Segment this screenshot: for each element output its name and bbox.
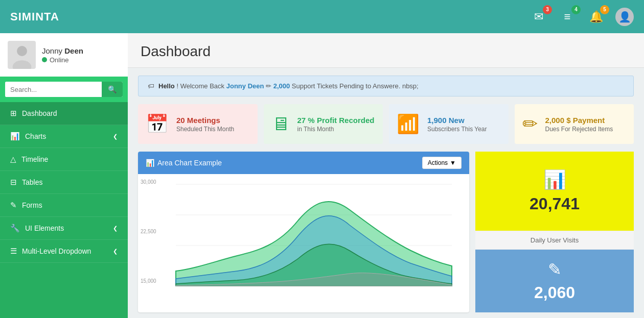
side-widgets: 📊 20,741 Daily User Visits ✎ 2,060 <box>475 152 634 312</box>
sidebar: Jonny Deen Online 🔍 ⊞ Dashboard <box>0 33 128 318</box>
widget-number-visits: 20,741 <box>530 194 580 213</box>
profile-name: Jonny Deen <box>42 46 83 55</box>
main-layout: Jonny Deen Online 🔍 ⊞ Dashboard <box>0 33 644 318</box>
chart-box: 📊 Area Chart Example Actions ▼ 30,000 22… <box>138 152 469 312</box>
stat-num-payment: 2,000 $ Payment <box>545 116 613 125</box>
sidebar-item-charts[interactable]: 📊 Charts ❮ <box>0 125 128 148</box>
profit-icon: 🖥 <box>271 113 290 135</box>
sidebar-item-dashboard[interactable]: ⊞ Dashboard <box>0 102 128 125</box>
chevron-multilevel-icon: ❮ <box>113 248 118 255</box>
stat-label-meetings: Sheduled This Month <box>176 126 234 133</box>
widget-daily-visits: 📊 20,741 <box>475 152 634 231</box>
content-inner: 🏷 Hello ! Welcome Back Jonny Deen ✏ 2,00… <box>128 68 644 318</box>
profile-info: Jonny Deen Online <box>42 46 83 64</box>
tables-icon: ⊟ <box>10 178 17 187</box>
avatar-image <box>9 43 35 69</box>
sidebar-item-multilevel[interactable]: ☰ Multi-Level Dropdown ❮ <box>0 240 128 263</box>
sidebar-search-area: 🔍 <box>0 77 128 102</box>
sidebar-item-timeline[interactable]: △ Timeline <box>0 148 128 171</box>
sidebar-item-ui-elements[interactable]: 🔧 UI Elements ❮ <box>0 217 128 240</box>
widget-secondary: ✎ 2,060 <box>475 250 634 312</box>
chevron-icon: ❮ <box>113 133 118 140</box>
sidebar-label-dashboard: Dashboard <box>22 109 57 117</box>
user-avatar: 👤 <box>615 8 634 26</box>
chevron-ui-icon: ❮ <box>113 225 118 232</box>
stat-card-profit: 🖥 27 % Profit Recorded in This Month <box>264 104 383 144</box>
stat-cards: 📅 20 Meetings Sheduled This Month 🖥 27 %… <box>138 104 634 144</box>
forms-icon: ✎ <box>10 201 17 210</box>
tag-icon: 🏷 <box>148 82 154 90</box>
area-chart <box>143 179 464 286</box>
user-nav-icon[interactable]: 👤 <box>615 8 634 26</box>
sidebar-label-charts: Charts <box>25 132 46 140</box>
ui-elements-icon: 🔧 <box>10 224 20 233</box>
nav-icons: ✉ 3 ≡ 4 🔔 5 👤 <box>530 8 634 26</box>
sidebar-label-ui-elements: UI Elements <box>25 224 64 232</box>
sidebar-item-forms[interactable]: ✎ Forms <box>0 194 128 217</box>
svg-point-0 <box>17 46 27 56</box>
sidebar-label-forms: Forms <box>22 201 42 209</box>
top-navigation: SIMINTA ✉ 3 ≡ 4 🔔 5 👤 <box>0 0 644 33</box>
stat-label-profit: in This Month <box>297 126 375 133</box>
welcome-text: Hello ! Welcome Back Jonny Deen ✏ 2,000 … <box>158 82 419 90</box>
search-button[interactable]: 🔍 <box>102 82 123 97</box>
chart-title: 📊 Area Chart Example <box>146 159 222 167</box>
svg-point-1 <box>12 60 31 69</box>
sidebar-profile: Jonny Deen Online <box>0 33 128 77</box>
stat-label-subscribers: Subscribers This Year <box>427 126 487 133</box>
edit-icon: ✎ <box>548 260 562 279</box>
pencil-icon: ✏ <box>266 82 273 90</box>
bell-nav-icon[interactable]: 🔔 5 <box>587 9 605 25</box>
timeline-icon: △ <box>10 155 16 164</box>
bottom-section: 📊 Area Chart Example Actions ▼ 30,000 22… <box>138 152 634 312</box>
widget-number-secondary: 2,060 <box>534 283 575 302</box>
dashboard-icon: ⊞ <box>10 109 17 118</box>
y-axis-labels: 30,000 22,500 15,000 <box>141 179 156 284</box>
stat-num-meetings: 20 Meetings <box>176 116 234 125</box>
sidebar-label-multilevel: Multi-Level Dropdown <box>22 247 91 255</box>
profile-avatar <box>8 41 36 69</box>
bar-chart-icon: 📊 <box>543 169 566 190</box>
search-input[interactable] <box>5 82 102 97</box>
widget-divider: Daily User Visits <box>475 231 634 250</box>
chart-body: 30,000 22,500 15,000 <box>138 174 469 291</box>
sidebar-label-timeline: Timeline <box>21 155 48 163</box>
dropdown-arrow-icon: ▼ <box>450 159 456 166</box>
page-header: Dashboard <box>128 33 644 68</box>
stat-num-profit: 27 % Profit Recorded <box>297 116 375 125</box>
list-nav-icon[interactable]: ≡ 4 <box>558 9 577 25</box>
sidebar-menu: ⊞ Dashboard 📊 Charts ❮ △ Timeline ⊟ <box>0 102 128 263</box>
stat-num-subscribers: 1,900 New <box>427 116 487 125</box>
bell-badge: 5 <box>600 5 609 14</box>
wifi-icon: 📶 <box>397 113 420 135</box>
calendar-icon: 📅 <box>146 113 169 135</box>
actions-button[interactable]: Actions ▼ <box>422 157 462 169</box>
payment-icon: ✏ <box>522 113 538 135</box>
mail-nav-icon[interactable]: ✉ 3 <box>530 9 548 25</box>
stat-card-payment: ✏ 2,000 $ Payment Dues For Rejected Item… <box>515 104 634 144</box>
sidebar-item-tables[interactable]: ⊟ Tables <box>0 171 128 194</box>
stat-label-payment: Dues For Rejected Items <box>545 126 613 133</box>
welcome-bar: 🏷 Hello ! Welcome Back Jonny Deen ✏ 2,00… <box>138 76 634 96</box>
chart-bar-icon: 📊 <box>146 159 154 167</box>
main-content: Dashboard 🏷 Hello ! Welcome Back Jonny D… <box>128 33 644 318</box>
multilevel-icon: ☰ <box>10 247 17 256</box>
logo: SIMINTA <box>10 10 59 23</box>
page-title: Dashboard <box>141 43 631 60</box>
stat-card-meetings: 📅 20 Meetings Sheduled This Month <box>138 104 258 144</box>
status-dot <box>42 57 47 62</box>
profile-status: Online <box>42 56 83 64</box>
mail-badge: 3 <box>543 5 552 14</box>
sidebar-label-tables: Tables <box>22 178 42 186</box>
list-badge: 4 <box>571 5 581 14</box>
chart-header: 📊 Area Chart Example Actions ▼ <box>138 152 469 174</box>
stat-card-subscribers: 📶 1,900 New Subscribers This Year <box>389 104 509 144</box>
search-wrap: 🔍 <box>5 82 123 97</box>
charts-icon: 📊 <box>10 132 20 141</box>
